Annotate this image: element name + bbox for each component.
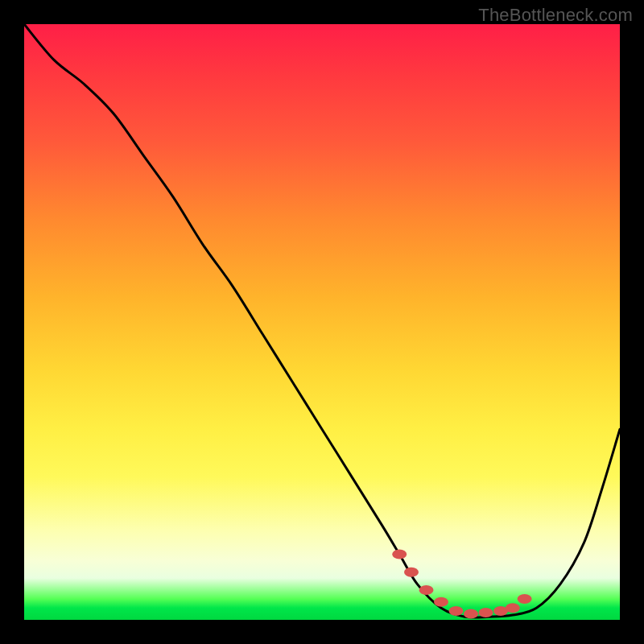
optimal-marker bbox=[404, 568, 419, 577]
curve-layer bbox=[24, 24, 620, 620]
optimal-marker bbox=[506, 603, 520, 613]
optimal-marker bbox=[392, 550, 407, 559]
chart-frame: TheBottleneck.com bbox=[0, 0, 644, 644]
optimal-marker bbox=[419, 585, 434, 595]
optimal-marker bbox=[479, 608, 493, 617]
optimal-marker bbox=[449, 606, 464, 616]
optimal-marker bbox=[464, 609, 478, 619]
optimal-marker bbox=[518, 594, 532, 604]
plot-area bbox=[24, 24, 620, 620]
optimal-marker bbox=[434, 597, 448, 607]
bottleneck-curve bbox=[24, 24, 620, 617]
attribution-label: TheBottleneck.com bbox=[478, 5, 633, 26]
optimal-range-markers bbox=[392, 550, 531, 619]
